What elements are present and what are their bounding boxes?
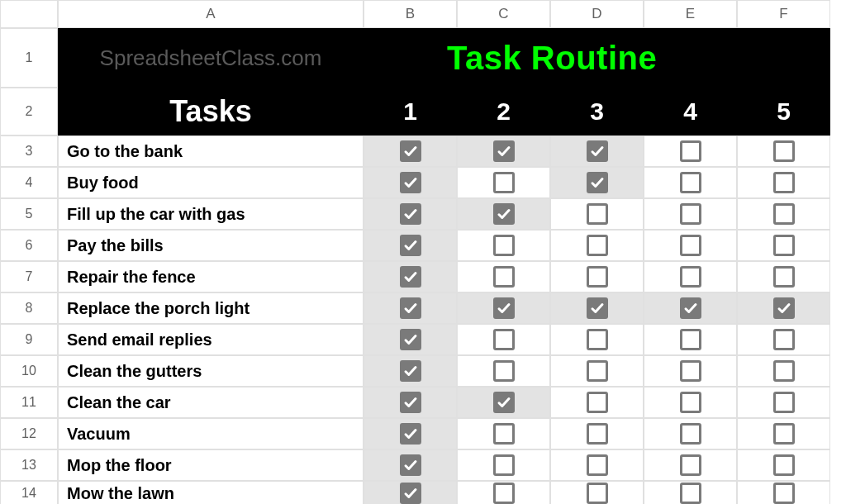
- checkbox[interactable]: [587, 266, 608, 288]
- checkbox-cell[interactable]: [644, 261, 737, 292]
- checkbox[interactable]: [680, 392, 701, 413]
- task-label-cell[interactable]: Mow the lawn: [58, 481, 364, 504]
- checkbox[interactable]: [493, 423, 515, 445]
- checkbox[interactable]: [493, 454, 515, 476]
- checkbox-cell[interactable]: [364, 418, 457, 449]
- row-header-10[interactable]: 10: [0, 355, 58, 387]
- task-label-cell[interactable]: Fill up the car with gas: [58, 198, 364, 230]
- checkbox[interactable]: [400, 266, 421, 288]
- checkbox-cell[interactable]: [737, 167, 830, 198]
- checkbox[interactable]: [680, 360, 701, 382]
- task-label-cell[interactable]: Clean the gutters: [58, 355, 364, 387]
- checkbox[interactable]: [587, 329, 608, 350]
- checkbox[interactable]: [493, 172, 515, 193]
- checkbox[interactable]: [587, 235, 608, 256]
- checkbox-cell[interactable]: [550, 324, 644, 355]
- checkbox[interactable]: [587, 172, 608, 193]
- checkbox[interactable]: [587, 454, 608, 476]
- checkbox-cell[interactable]: [364, 292, 457, 324]
- checkbox[interactable]: [680, 235, 701, 256]
- checkbox-cell[interactable]: [737, 261, 830, 292]
- checkbox[interactable]: [587, 203, 608, 225]
- checkbox-cell[interactable]: [644, 355, 737, 387]
- checkbox-cell[interactable]: [737, 136, 830, 167]
- checkbox[interactable]: [493, 483, 515, 504]
- checkbox[interactable]: [493, 203, 515, 225]
- checkbox[interactable]: [400, 454, 421, 476]
- checkbox-cell[interactable]: [550, 418, 644, 449]
- checkbox[interactable]: [773, 454, 795, 476]
- column-header-b[interactable]: B: [364, 0, 457, 28]
- checkbox-cell[interactable]: [737, 387, 830, 418]
- checkbox[interactable]: [680, 203, 701, 225]
- checkbox[interactable]: [773, 392, 795, 413]
- checkbox[interactable]: [773, 172, 795, 193]
- checkbox-cell[interactable]: [644, 167, 737, 198]
- checkbox[interactable]: [493, 235, 515, 256]
- select-all-corner[interactable]: [0, 0, 58, 28]
- checkbox-cell[interactable]: [550, 481, 644, 504]
- row-header-4[interactable]: 4: [0, 167, 58, 198]
- row-header-8[interactable]: 8: [0, 292, 58, 324]
- checkbox[interactable]: [400, 483, 421, 504]
- checkbox[interactable]: [400, 360, 421, 382]
- checkbox-cell[interactable]: [644, 481, 737, 504]
- checkbox[interactable]: [587, 392, 608, 413]
- checkbox[interactable]: [773, 360, 795, 382]
- checkbox[interactable]: [493, 360, 515, 382]
- checkbox-cell[interactable]: [737, 324, 830, 355]
- checkbox-cell[interactable]: [364, 324, 457, 355]
- column-header-f[interactable]: F: [737, 0, 830, 28]
- checkbox[interactable]: [773, 266, 795, 288]
- checkbox-cell[interactable]: [457, 449, 550, 481]
- checkbox[interactable]: [680, 483, 701, 504]
- checkbox-cell[interactable]: [644, 324, 737, 355]
- checkbox[interactable]: [680, 423, 701, 445]
- checkbox-cell[interactable]: [364, 387, 457, 418]
- checkbox[interactable]: [680, 140, 701, 162]
- checkbox-cell[interactable]: [644, 418, 737, 449]
- row-header-11[interactable]: 11: [0, 387, 58, 418]
- checkbox-cell[interactable]: [737, 418, 830, 449]
- checkbox-cell[interactable]: [550, 230, 644, 261]
- checkbox[interactable]: [493, 140, 515, 162]
- checkbox[interactable]: [493, 329, 515, 350]
- checkbox-cell[interactable]: [644, 292, 737, 324]
- column-header-a[interactable]: A: [58, 0, 364, 28]
- checkbox[interactable]: [493, 297, 515, 319]
- row-header-2[interactable]: 2: [0, 88, 58, 136]
- row-header-5[interactable]: 5: [0, 198, 58, 230]
- checkbox[interactable]: [587, 297, 608, 319]
- checkbox-cell[interactable]: [457, 292, 550, 324]
- checkbox-cell[interactable]: [550, 198, 644, 230]
- task-label-cell[interactable]: Mop the floor: [58, 449, 364, 481]
- checkbox-cell[interactable]: [737, 292, 830, 324]
- checkbox-cell[interactable]: [550, 449, 644, 481]
- checkbox[interactable]: [773, 235, 795, 256]
- checkbox-cell[interactable]: [364, 136, 457, 167]
- checkbox[interactable]: [400, 329, 421, 350]
- checkbox[interactable]: [400, 392, 421, 413]
- checkbox[interactable]: [680, 454, 701, 476]
- checkbox[interactable]: [400, 297, 421, 319]
- checkbox[interactable]: [587, 423, 608, 445]
- checkbox-cell[interactable]: [457, 198, 550, 230]
- checkbox[interactable]: [493, 266, 515, 288]
- task-label-cell[interactable]: Replace the porch light: [58, 292, 364, 324]
- task-label-cell[interactable]: Clean the car: [58, 387, 364, 418]
- checkbox[interactable]: [773, 423, 795, 445]
- checkbox-cell[interactable]: [364, 449, 457, 481]
- checkbox-cell[interactable]: [550, 136, 644, 167]
- checkbox-cell[interactable]: [550, 355, 644, 387]
- checkbox-cell[interactable]: [737, 230, 830, 261]
- checkbox[interactable]: [400, 235, 421, 256]
- checkbox-cell[interactable]: [364, 230, 457, 261]
- checkbox-cell[interactable]: [737, 481, 830, 504]
- task-label-cell[interactable]: Send email replies: [58, 324, 364, 355]
- checkbox-cell[interactable]: [737, 355, 830, 387]
- column-header-d[interactable]: D: [550, 0, 644, 28]
- checkbox-cell[interactable]: [550, 387, 644, 418]
- checkbox[interactable]: [773, 483, 795, 504]
- checkbox[interactable]: [587, 360, 608, 382]
- checkbox-cell[interactable]: [457, 481, 550, 504]
